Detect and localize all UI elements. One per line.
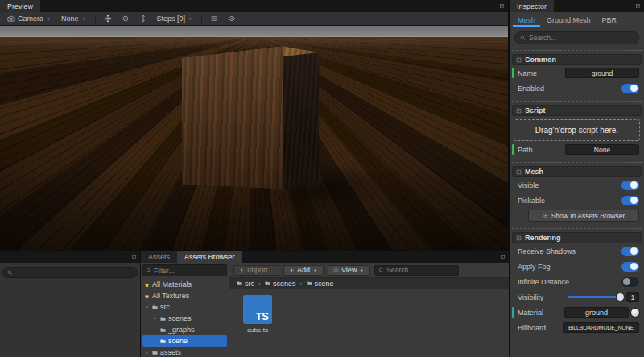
scene-viewport[interactable] xyxy=(0,26,508,250)
toolbar-separator xyxy=(201,15,202,23)
chevron-down-icon[interactable] xyxy=(152,316,158,322)
section-script: Script Drag'n'drop script here. Path xyxy=(512,101,642,157)
camera-menu-button[interactable]: Camera xyxy=(3,14,56,23)
selection-menu-button[interactable]: None xyxy=(57,14,91,23)
tab-assets-browser[interactable]: Assets Browser xyxy=(177,251,242,263)
inspector-search-input[interactable] xyxy=(529,34,634,42)
editor-window: Preview Camera None Steps [0] xyxy=(0,0,644,357)
section-common: Common Name Enabled xyxy=(512,50,642,96)
scale-icon xyxy=(139,15,147,23)
section-header-script[interactable]: Script xyxy=(512,105,642,116)
breadcrumb: src › scenes › scene xyxy=(229,277,509,289)
section-mesh: Mesh Visible Pickable Show In Assets Bro… xyxy=(512,162,642,223)
files-grid[interactable]: TS cube.ts xyxy=(229,289,509,357)
add-button[interactable]: Add xyxy=(283,265,324,276)
panel-expand-icon[interactable] xyxy=(635,3,641,9)
visibility-value[interactable]: 1 xyxy=(626,292,639,302)
chevron-down-icon xyxy=(46,16,52,22)
material-preview-sphere[interactable] xyxy=(631,309,639,317)
material-label: Material xyxy=(518,309,543,317)
tree-item-label: scene xyxy=(168,337,188,345)
chevron-down-icon[interactable] xyxy=(144,305,150,310)
assets-panel: Assets Assets Browser All Materials All … xyxy=(141,250,509,357)
breadcrumb-scene[interactable]: scene xyxy=(304,280,336,288)
menu-button[interactable] xyxy=(206,14,222,23)
folder-icon xyxy=(160,316,166,322)
enabled-toggle[interactable] xyxy=(621,84,639,93)
pickable-toggle[interactable] xyxy=(621,196,639,205)
tree-item-label: All Textures xyxy=(152,292,189,300)
assets-toolbar: Import... Add View xyxy=(229,263,509,277)
tree-item-scene[interactable]: scene xyxy=(142,335,227,347)
section-header-mesh[interactable]: Mesh xyxy=(512,166,642,177)
panel-expand-icon[interactable] xyxy=(499,3,505,9)
apply-fog-row: Apply Fog xyxy=(512,259,642,274)
camera-icon xyxy=(7,15,15,23)
chevron-right-icon[interactable] xyxy=(144,350,150,355)
preview-tabbar: Preview xyxy=(0,0,508,12)
assets-filter xyxy=(142,264,227,276)
name-input[interactable] xyxy=(565,68,639,78)
eye-icon xyxy=(543,213,548,218)
search-icon xyxy=(378,268,384,273)
eye-icon xyxy=(333,268,339,273)
path-label: Path xyxy=(518,146,533,154)
section-header-common[interactable]: Common xyxy=(512,54,642,65)
collapse-icon xyxy=(516,235,522,241)
visible-toggle[interactable] xyxy=(621,181,639,190)
billboard-select[interactable]: BILLBOARDMODE_NONE xyxy=(563,322,639,333)
rotate-icon xyxy=(122,15,130,23)
tree-item-label: scenes xyxy=(168,314,192,322)
infinite-distance-toggle[interactable] xyxy=(621,277,639,287)
import-button[interactable]: Import... xyxy=(233,265,279,276)
file-cube-ts[interactable]: TS cube.ts xyxy=(239,295,276,334)
accent-bar xyxy=(512,180,514,190)
tree-item-all-materials[interactable]: All Materials xyxy=(142,279,227,290)
assets-tabbar: Assets Assets Browser xyxy=(141,251,509,263)
graph-search-input[interactable] xyxy=(15,268,133,276)
panel-expand-icon[interactable] xyxy=(500,254,506,259)
tree-item-graphs[interactable]: _graphs xyxy=(142,324,227,335)
tree-item-all-textures[interactable]: All Textures xyxy=(142,290,227,301)
breadcrumb-scenes[interactable]: scenes xyxy=(262,280,299,288)
tab-pbr[interactable]: PBR xyxy=(597,15,622,27)
infinite-distance-label: Infinite Distance xyxy=(518,278,569,286)
chevron-down-icon xyxy=(359,268,365,273)
path-input[interactable] xyxy=(565,144,639,155)
tree-item-src[interactable]: src xyxy=(142,301,227,313)
section-title: Script xyxy=(525,106,546,114)
tree-item-assets[interactable]: assets xyxy=(142,347,227,357)
tab-ground-mesh[interactable]: Ground Mesh xyxy=(542,15,596,27)
tab-mesh[interactable]: Mesh xyxy=(513,15,540,27)
slider-knob[interactable] xyxy=(617,293,624,301)
receive-shadows-toggle[interactable] xyxy=(621,247,639,256)
accent-bar xyxy=(512,276,514,287)
visibility-options-button[interactable] xyxy=(224,14,240,23)
wooden-cube-mesh[interactable] xyxy=(182,42,319,190)
script-dropzone[interactable]: Drag'n'drop script here. xyxy=(514,119,640,141)
enabled-row: Enabled xyxy=(512,81,642,96)
accent-bar xyxy=(512,307,514,318)
assets-filter-input[interactable] xyxy=(154,267,224,275)
assets-search-input[interactable] xyxy=(386,266,455,274)
panel-expand-icon[interactable] xyxy=(131,254,137,259)
chevron-down-icon xyxy=(188,16,193,22)
tab-preview[interactable]: Preview xyxy=(0,0,40,12)
material-select[interactable]: ground xyxy=(564,307,629,318)
section-header-rendering[interactable]: Rendering xyxy=(512,232,642,243)
graph-panel xyxy=(0,250,141,357)
move-tool-button[interactable] xyxy=(100,14,116,23)
view-button[interactable]: View xyxy=(328,265,370,276)
visibility-slider[interactable] xyxy=(568,293,624,302)
move-icon xyxy=(104,15,112,23)
breadcrumb-src[interactable]: src xyxy=(234,280,257,288)
accent-bar xyxy=(512,68,514,78)
show-in-assets-browser-button[interactable]: Show In Assets Browser xyxy=(528,210,639,222)
tab-inspector[interactable]: Inspector xyxy=(510,0,554,12)
apply-fog-toggle[interactable] xyxy=(621,262,639,272)
scale-tool-button[interactable] xyxy=(135,14,151,23)
tree-item-scenes[interactable]: scenes xyxy=(142,313,227,324)
tab-assets[interactable]: Assets xyxy=(141,251,177,263)
steps-menu-button[interactable]: Steps [0] xyxy=(153,14,198,23)
rotate-tool-button[interactable] xyxy=(118,14,134,23)
